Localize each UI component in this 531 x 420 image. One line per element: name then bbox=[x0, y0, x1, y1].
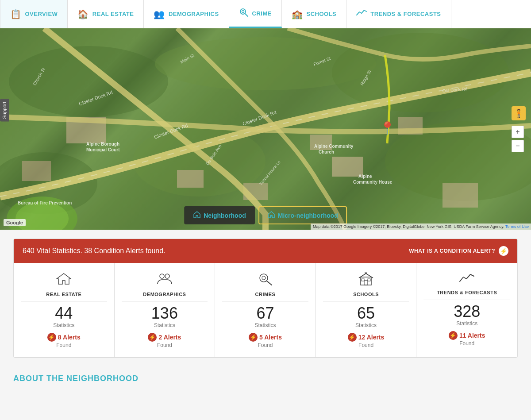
demographics-stat-icon bbox=[122, 272, 208, 289]
trends-alert-badge: ⚡ bbox=[449, 331, 458, 340]
svg-point-2 bbox=[242, 10, 244, 12]
svg-rect-16 bbox=[22, 161, 51, 181]
nav-demographics-label: DEMOGRAPHICS bbox=[169, 11, 219, 17]
demographics-count: 136 bbox=[122, 305, 208, 321]
real-estate-alert-badge: ⚡ bbox=[47, 333, 56, 342]
svg-rect-11 bbox=[177, 170, 204, 188]
nav-crime-label: CRIME bbox=[252, 10, 272, 17]
map-roads: Closter Dock Rd Closter Dock Rd Closter … bbox=[0, 28, 531, 230]
svg-text:Bureau of Fire Prevention: Bureau of Fire Prevention bbox=[18, 200, 72, 205]
stats-header-text: 640 Vital Statistics. 38 Condition Alert… bbox=[23, 247, 165, 255]
support-tab[interactable]: Support bbox=[0, 99, 9, 122]
trends-found: Found bbox=[423, 340, 510, 347]
google-logo: Google bbox=[4, 219, 26, 226]
crimes-alerts: ⚡ 5 Alerts bbox=[222, 333, 308, 342]
crimes-found: Found bbox=[222, 342, 308, 348]
stat-crimes[interactable]: CRIMES 67 Statistics ⚡ 5 Alerts Found bbox=[215, 263, 316, 358]
nav-bar: 📋 OVERVIEW 🏠 REAL ESTATE 👥 DEMOGRAPHICS … bbox=[0, 0, 531, 28]
svg-line-42 bbox=[267, 281, 272, 285]
trends-stat-icon bbox=[423, 272, 510, 287]
stats-grid: REAL ESTATE 44 Statistics ⚡ 8 Alerts Fou… bbox=[14, 263, 517, 358]
stats-card: 640 Vital Statistics. 38 Condition Alert… bbox=[13, 239, 518, 358]
real-estate-stat-label: REAL ESTATE bbox=[21, 292, 107, 297]
demographics-alert-count: 2 Alerts bbox=[158, 334, 181, 341]
demographics-found: Found bbox=[122, 342, 208, 348]
svg-text:Alpine Borough: Alpine Borough bbox=[86, 142, 119, 146]
micro-icon bbox=[267, 211, 275, 220]
stats-header: 640 Vital Statistics. 38 Condition Alert… bbox=[14, 239, 517, 263]
support-label: Support bbox=[2, 102, 7, 119]
about-title: ABOUT THE NEIGHBORHOOD bbox=[13, 374, 518, 383]
stat-demographics[interactable]: DEMOGRAPHICS 136 Statistics ⚡ 2 Alerts F… bbox=[115, 263, 215, 358]
crimes-alert-badge: ⚡ bbox=[249, 333, 258, 342]
svg-rect-47 bbox=[368, 279, 370, 281]
about-section: ABOUT THE NEIGHBORHOOD bbox=[0, 367, 531, 390]
demographics-icon: 👥 bbox=[154, 9, 165, 19]
nav-overview[interactable]: 📋 OVERVIEW bbox=[0, 0, 68, 28]
svg-point-6 bbox=[332, 33, 509, 112]
schools-stat-icon bbox=[323, 272, 409, 289]
real-estate-count-label: Statistics bbox=[21, 322, 107, 328]
neighborhood-icon bbox=[193, 211, 201, 220]
trends-alerts: ⚡ 11 Alerts bbox=[423, 331, 510, 340]
demographics-alert-badge: ⚡ bbox=[148, 333, 157, 342]
crimes-stat-label: CRIMES bbox=[222, 292, 308, 297]
terms-link[interactable]: Terms of Use bbox=[505, 224, 529, 229]
nav-real-estate[interactable]: 🏠 REAL ESTATE bbox=[68, 0, 144, 28]
real-estate-found: Found bbox=[21, 342, 107, 348]
micro-label: Micro-neighborhood bbox=[278, 212, 338, 219]
schools-alert-badge: ⚡ bbox=[348, 333, 357, 342]
trends-count: 328 bbox=[423, 304, 510, 320]
real-estate-count: 44 bbox=[21, 305, 107, 321]
nav-trends-label: TRENDS & FORECASTS bbox=[370, 11, 441, 17]
zoom-out-btn[interactable]: − bbox=[512, 140, 524, 152]
schools-stat-label: SCHOOLS bbox=[323, 292, 409, 297]
svg-point-43 bbox=[262, 276, 266, 280]
nav-schools[interactable]: 🏫 SCHOOLS bbox=[282, 0, 346, 28]
nav-demographics[interactable]: 👥 DEMOGRAPHICS bbox=[144, 0, 229, 28]
crimes-count-label: Statistics bbox=[222, 322, 308, 328]
stat-real-estate[interactable]: REAL ESTATE 44 Statistics ⚡ 8 Alerts Fou… bbox=[14, 263, 115, 358]
svg-text:Community House: Community House bbox=[353, 180, 392, 185]
schools-icon: 🏫 bbox=[292, 9, 303, 19]
demographics-alerts: ⚡ 2 Alerts bbox=[122, 333, 208, 342]
map-toggle-buttons: Neighborhood Micro-neighborhood bbox=[184, 206, 347, 224]
map-area: Closter Dock Rd Closter Dock Rd Closter … bbox=[0, 28, 531, 230]
svg-text:📍: 📍 bbox=[380, 121, 395, 135]
demographics-count-label: Statistics bbox=[122, 322, 208, 328]
trends-count-label: Statistics bbox=[423, 320, 510, 327]
micro-neighborhood-btn[interactable]: Micro-neighborhood bbox=[258, 206, 347, 224]
real-estate-icon: 🏠 bbox=[77, 9, 89, 19]
zoom-in-btn[interactable]: + bbox=[512, 126, 524, 138]
demographics-stat-label: DEMOGRAPHICS bbox=[122, 292, 208, 297]
crimes-alert-count: 5 Alerts bbox=[259, 334, 282, 341]
crimes-stat-icon bbox=[222, 272, 308, 289]
trends-stat-label: TRENDS & FORECASTS bbox=[423, 290, 510, 295]
schools-alert-count: 12 Alerts bbox=[358, 334, 385, 341]
nav-trends[interactable]: TRENDS & FORECASTS bbox=[346, 0, 451, 28]
neighborhood-label: Neighborhood bbox=[204, 212, 246, 219]
schools-count: 65 bbox=[323, 305, 409, 321]
svg-text:Alpine: Alpine bbox=[358, 174, 372, 179]
neighborhood-btn[interactable]: Neighborhood bbox=[184, 206, 255, 224]
real-estate-stat-icon bbox=[21, 272, 107, 289]
svg-rect-46 bbox=[362, 279, 364, 281]
stat-trends[interactable]: TRENDS & FORECASTS 328 Statistics ⚡ 11 A… bbox=[416, 263, 517, 358]
nav-overview-label: OVERVIEW bbox=[25, 11, 58, 17]
nav-real-estate-label: REAL ESTATE bbox=[92, 11, 134, 17]
trends-alert-count: 11 Alerts bbox=[459, 332, 485, 339]
schools-found: Found bbox=[323, 342, 409, 348]
condition-alert-btn[interactable]: WHAT IS A CONDITION ALERT? ⚡ bbox=[409, 246, 508, 256]
svg-rect-45 bbox=[364, 281, 368, 285]
condition-alert-label: WHAT IS A CONDITION ALERT? bbox=[409, 248, 495, 254]
nav-crime[interactable]: CRIME bbox=[229, 0, 282, 28]
street-view-btn[interactable]: 🧍 bbox=[512, 106, 526, 120]
real-estate-alert-count: 8 Alerts bbox=[58, 334, 81, 341]
schools-count-label: Statistics bbox=[323, 322, 409, 328]
crimes-count: 67 bbox=[222, 305, 308, 321]
nav-schools-label: SCHOOLS bbox=[306, 11, 336, 17]
svg-text:Church: Church bbox=[319, 150, 334, 154]
map-attribution: Map data ©2017 Google Imagery ©2017, Blu… bbox=[311, 223, 531, 230]
overview-icon: 📋 bbox=[10, 9, 22, 19]
stat-schools[interactable]: SCHOOLS 65 Statistics ⚡ 12 Alerts Found bbox=[316, 263, 417, 358]
